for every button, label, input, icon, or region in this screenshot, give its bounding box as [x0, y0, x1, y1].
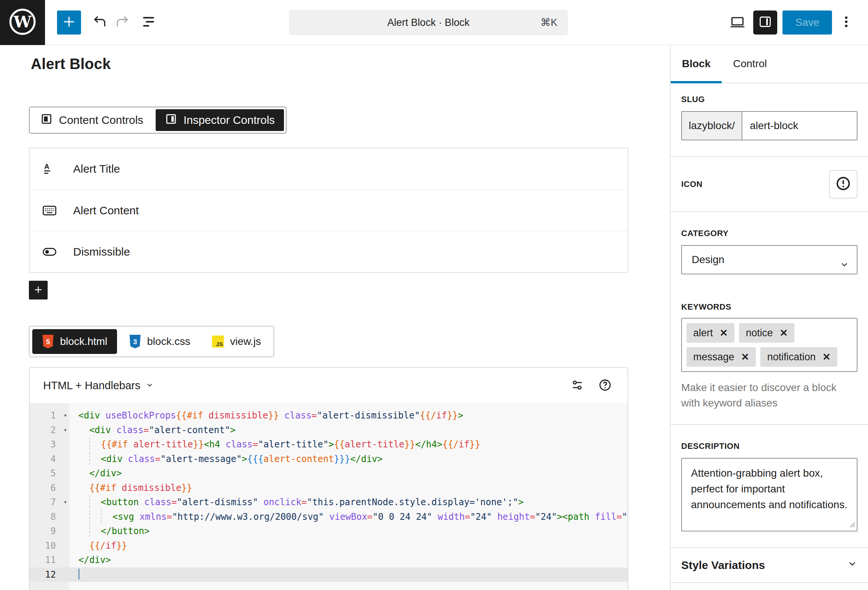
chevron-down-icon [847, 558, 857, 572]
editor-mode-dropdown[interactable]: HTML + Handlebars [43, 379, 154, 392]
category-select[interactable]: Design [681, 245, 857, 274]
wordpress-logo-button[interactable]: W [0, 0, 45, 45]
code-line-5[interactable]: 5 </div> [30, 466, 628, 481]
kebab-menu-icon [839, 14, 854, 30]
keyword-tag-label: notification [767, 351, 815, 363]
plus-icon [33, 284, 44, 297]
code-line-3[interactable]: 3 {{#if alert-title}}<h4 class="alert-ti… [30, 437, 628, 452]
code-line-content: <button class="alert-dismiss" onclick="t… [69, 495, 628, 510]
control-row[interactable]: Alert Content [30, 190, 628, 231]
file-tab-label: view.js [230, 336, 261, 348]
fold-arrow-icon[interactable]: ▾ [63, 495, 67, 510]
file-tab-block-css[interactable]: 3block.css [119, 329, 200, 354]
chevron-down-icon [146, 379, 154, 392]
sidebar-panels: Style VariationsSupports [671, 547, 868, 590]
code-line-6[interactable]: 6 {{#if dismissible}} [30, 481, 628, 495]
code-line-content: <div useBlockProps{{#if dismissible}} cl… [69, 408, 628, 423]
keyword-remove-button[interactable]: ✕ [720, 328, 728, 338]
editor-top-bar: W Alert Block · Blo [0, 0, 868, 45]
code-line-9[interactable]: 9 </button> [30, 524, 628, 539]
slug-input-group: lazyblock/ alert-block [681, 111, 857, 140]
code-line-11[interactable]: 11</div> [30, 553, 628, 567]
line-number: 2▾ [30, 423, 69, 438]
category-value: Design [692, 254, 724, 266]
fold-arrow-icon[interactable]: ▾ [63, 408, 67, 423]
code-line-content: {{/if}} [69, 539, 628, 553]
command-bar-shortcut: ⌘K [541, 17, 557, 29]
control-label: Dismissible [73, 245, 130, 258]
code-line-12[interactable]: 12 [30, 567, 628, 582]
sidebar-tab-block[interactable]: Block [671, 45, 722, 83]
fold-arrow-icon[interactable]: ▾ [63, 423, 67, 438]
tab-label: Inspector Controls [183, 114, 275, 126]
line-number: 3 [30, 437, 69, 452]
block-title: Alert Block [31, 56, 111, 72]
options-menu-button[interactable] [837, 11, 855, 35]
laptop-icon [729, 14, 746, 31]
keywords-label: KEYWORDS [681, 302, 857, 312]
slug-prefix: lazyblock/ [682, 112, 742, 140]
code-file-tabs: 5block.html3block.cssJSview.js [29, 326, 274, 357]
wordpress-icon: W [8, 8, 37, 38]
keyword-tag-label: alert [693, 327, 713, 339]
controls-placement-toggle: Content Controls Inspector Controls [29, 107, 287, 134]
code-line-content: </div> [69, 553, 628, 567]
description-textarea[interactable]: Attention-grabbing alert box, perfect fo… [681, 458, 857, 531]
code-line-1[interactable]: 1▾<div useBlockProps{{#if dismissible}} … [30, 408, 628, 423]
keyword-remove-button[interactable]: ✕ [822, 352, 830, 362]
code-line-content: <svg xmlns="http://www.w3.org/2000/svg" … [69, 510, 628, 524]
svg-text:A: A [44, 163, 50, 170]
icon-label: ICON [681, 179, 703, 189]
tab-inspector-controls[interactable]: Inspector Controls [156, 109, 284, 131]
control-label: Alert Title [73, 163, 120, 175]
settings-sidebar-toggle-button[interactable] [753, 11, 777, 35]
code-line-2[interactable]: 2▾ <div class="alert-content"> [30, 423, 628, 438]
redo-icon [114, 14, 130, 31]
editor-mode-label: HTML + Handlebars [43, 379, 140, 392]
editor-settings-button[interactable] [571, 378, 584, 393]
block-inserter-button[interactable] [57, 11, 81, 35]
keyword-tag: alert✕ [686, 323, 734, 343]
plus-icon [62, 14, 77, 30]
tab-label: Content Controls [59, 114, 143, 126]
file-tab-view-js[interactable]: JSview.js [202, 329, 270, 354]
code-editor[interactable]: 1▾<div useBlockProps{{#if dismissible}} … [30, 403, 628, 590]
code-line-10[interactable]: 10 {{/if}} [30, 539, 628, 553]
slug-input[interactable]: alert-block [742, 112, 857, 140]
save-button[interactable]: Save [782, 11, 832, 35]
keywords-input[interactable]: alert✕notice✕message✕notification✕ [681, 318, 857, 372]
html5-icon: 5 [42, 335, 54, 348]
keyword-remove-button[interactable]: ✕ [779, 328, 788, 338]
line-number: 1▾ [30, 408, 69, 423]
sidebar-tab-control[interactable]: Control [722, 45, 778, 83]
panel-style-variations[interactable]: Style Variations [671, 547, 868, 582]
redo-button[interactable] [112, 12, 133, 33]
undo-button[interactable] [89, 12, 110, 33]
panel-label: Style Variations [681, 559, 765, 572]
command-bar[interactable]: Alert Block · Block ⌘K [289, 10, 568, 35]
code-line-8[interactable]: 8 <svg xmlns="http://www.w3.org/2000/svg… [30, 510, 628, 524]
line-number: 9 [30, 524, 69, 539]
tab-content-controls[interactable]: Content Controls [30, 107, 154, 133]
keyword-remove-button[interactable]: ✕ [741, 352, 749, 362]
inspector-controls-icon [165, 113, 177, 128]
category-label: CATEGORY [681, 229, 728, 238]
control-row[interactable]: Dismissible [30, 231, 628, 272]
panel-supports[interactable]: Supports [671, 582, 868, 590]
text-cursor [78, 569, 80, 579]
line-number: 4 [30, 452, 69, 467]
editor-help-button[interactable] [598, 378, 612, 393]
code-line-7[interactable]: 7▾ <button class="alert-dismiss" onclick… [30, 495, 628, 510]
block-icon-picker-button[interactable] [829, 170, 857, 199]
control-label: Alert Content [73, 204, 139, 217]
file-tab-block-html[interactable]: 5block.html [32, 329, 117, 354]
code-line-content: </button> [69, 524, 628, 539]
keyword-tag: notification✕ [760, 347, 837, 367]
code-line-4[interactable]: 4 <div class="alert-message">{{{alert-co… [30, 452, 628, 467]
list-view-button[interactable] [138, 12, 159, 33]
control-row[interactable]: AAlert Title [30, 148, 628, 190]
file-tab-label: block.css [147, 336, 190, 348]
view-preview-button[interactable] [727, 12, 748, 33]
add-control-button[interactable] [29, 281, 48, 300]
block-settings-sidebar: BlockControl SLUG lazyblock/ alert-block… [670, 45, 868, 590]
